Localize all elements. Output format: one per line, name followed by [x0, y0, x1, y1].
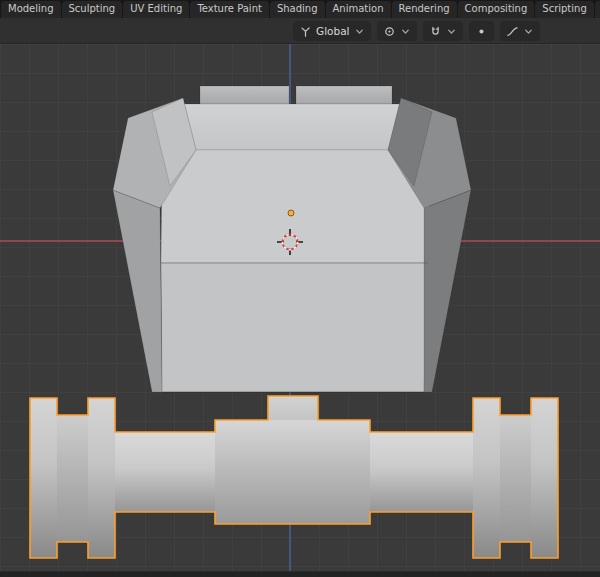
blender-window: { "workspace_tabs": { "items": [ {"label…	[0, 0, 600, 577]
add-workspace-button[interactable]: +	[595, 1, 600, 18]
tab-label: Sculpting	[69, 3, 116, 14]
viewport-canvas[interactable]	[0, 44, 600, 571]
chevron-down-icon	[400, 26, 411, 37]
snapping-toggle-dropdown[interactable]	[423, 21, 463, 41]
lower-plate-outer-left	[30, 398, 57, 558]
axis-gizmo-icon	[299, 25, 312, 38]
workspace-tab-bar: Modeling Sculpting UV Editing Texture Pa…	[0, 0, 600, 18]
transform-orientation-dropdown[interactable]: Global	[293, 21, 371, 41]
tab-modeling[interactable]: Modeling	[1, 1, 61, 18]
lower-plate-inner-right	[473, 398, 500, 558]
tab-uv-editing[interactable]: UV Editing	[123, 1, 189, 18]
tab-rendering[interactable]: Rendering	[392, 1, 457, 18]
origin-dot	[288, 210, 294, 216]
proportional-falloff-dropdown[interactable]	[500, 21, 540, 41]
tab-scripting[interactable]: Scripting	[535, 1, 593, 18]
upper-front-face-bottom	[161, 263, 428, 392]
magnet-icon	[429, 25, 442, 38]
tab-label: Texture Paint	[197, 3, 262, 14]
lower-plate-outer-right	[531, 398, 558, 558]
tab-label: UV Editing	[130, 3, 182, 14]
dot-icon	[475, 25, 488, 38]
snap-target-dropdown[interactable]	[377, 21, 417, 41]
chevron-down-icon	[523, 26, 534, 37]
chevron-down-icon	[354, 26, 365, 37]
upper-bump-left	[200, 86, 289, 104]
tab-label: Compositing	[465, 3, 528, 14]
tab-sculpting[interactable]: Sculpting	[62, 1, 123, 18]
tab-label: Modeling	[8, 3, 54, 14]
tab-label: Scripting	[542, 3, 586, 14]
tab-label: Animation	[333, 3, 384, 14]
transform-orientation-value: Global	[316, 25, 350, 37]
curve-icon	[506, 25, 519, 38]
chevron-down-icon	[446, 26, 457, 37]
viewport-3d[interactable]	[0, 44, 600, 571]
lower-spacer-right	[500, 415, 531, 542]
viewport-header-controls: Global	[293, 21, 540, 41]
tab-compositing[interactable]: Compositing	[458, 1, 535, 18]
lower-spacer-left	[57, 415, 88, 542]
mesh-upper-object[interactable]	[113, 86, 471, 392]
lower-center-block	[215, 420, 370, 524]
lower-plate-inner-left	[88, 398, 115, 558]
tab-label: Shading	[277, 3, 318, 14]
tab-texture-paint[interactable]: Texture Paint	[190, 1, 269, 18]
tab-animation[interactable]: Animation	[326, 1, 391, 18]
tab-shading[interactable]: Shading	[270, 1, 325, 18]
proportional-editing-toggle[interactable]	[469, 21, 494, 41]
upper-bump-right	[296, 86, 392, 104]
viewport-header: Global	[0, 18, 600, 44]
bottom-editor-edge	[0, 571, 600, 577]
circle-dot-icon	[383, 25, 396, 38]
tab-label: Rendering	[399, 3, 450, 14]
